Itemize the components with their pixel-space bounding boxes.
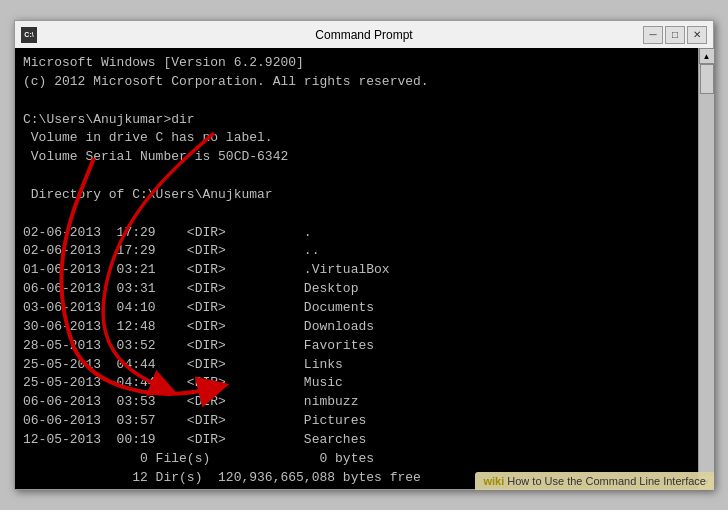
title-bar: C:\ Command Prompt ─ □ ✕ [14,20,714,48]
title-bar-left: C:\ [21,27,37,43]
terminal-line: 12-05-2013 00:19 <DIR> Searches [23,431,705,450]
terminal-line: 06-06-2013 03:31 <DIR> Desktop [23,280,705,299]
terminal-line: 02-06-2013 17:29 <DIR> . [23,224,705,243]
terminal-line [23,205,705,224]
terminal-line: (c) 2012 Microsoft Corporation. All righ… [23,73,705,92]
watermark-text: How to Use the Command Line Interface [507,475,706,487]
scrollbar[interactable]: ▲ ▼ [698,48,714,490]
terminal-line: 25-05-2013 04:44 <DIR> Music [23,374,705,393]
terminal-line [23,167,705,186]
minimize-button[interactable]: ─ [643,26,663,44]
scroll-track [699,64,714,474]
terminal-line: 01-06-2013 03:21 <DIR> .VirtualBox [23,261,705,280]
terminal-line: Volume in drive C has no label. [23,129,705,148]
terminal-line: 25-05-2013 04:44 <DIR> Links [23,356,705,375]
terminal-line [23,92,705,111]
window-controls: ─ □ ✕ [643,26,707,44]
terminal-line: 03-06-2013 04:10 <DIR> Documents [23,299,705,318]
maximize-button[interactable]: □ [665,26,685,44]
terminal-line: 0 File(s) 0 bytes [23,450,705,469]
terminal-line: 28-05-2013 03:52 <DIR> Favorites [23,337,705,356]
scroll-thumb[interactable] [700,64,714,94]
terminal-line: Directory of C:\Users\Anujkumar [23,186,705,205]
terminal-line: 06-06-2013 03:53 <DIR> nimbuzz [23,393,705,412]
terminal-line: 30-06-2013 12:48 <DIR> Downloads [23,318,705,337]
watermark-wiki: wiki [483,475,504,487]
cmd-icon: C:\ [21,27,37,43]
terminal-body[interactable]: Microsoft Windows [Version 6.2.9200](c) … [14,48,714,490]
terminal-line: Microsoft Windows [Version 6.2.9200] [23,54,705,73]
watermark: wiki How to Use the Command Line Interfa… [475,472,714,490]
close-button[interactable]: ✕ [687,26,707,44]
terminal-line: Volume Serial Number is 50CD-6342 [23,148,705,167]
terminal-line: C:\Users\Anujkumar>dir [23,111,705,130]
scroll-up-button[interactable]: ▲ [699,48,715,64]
cmd-window: C:\ Command Prompt ─ □ ✕ Microsoft Windo… [14,20,714,490]
terminal-line: 02-06-2013 17:29 <DIR> .. [23,242,705,261]
terminal-line: 06-06-2013 03:57 <DIR> Pictures [23,412,705,431]
window-title: Command Prompt [315,28,412,42]
